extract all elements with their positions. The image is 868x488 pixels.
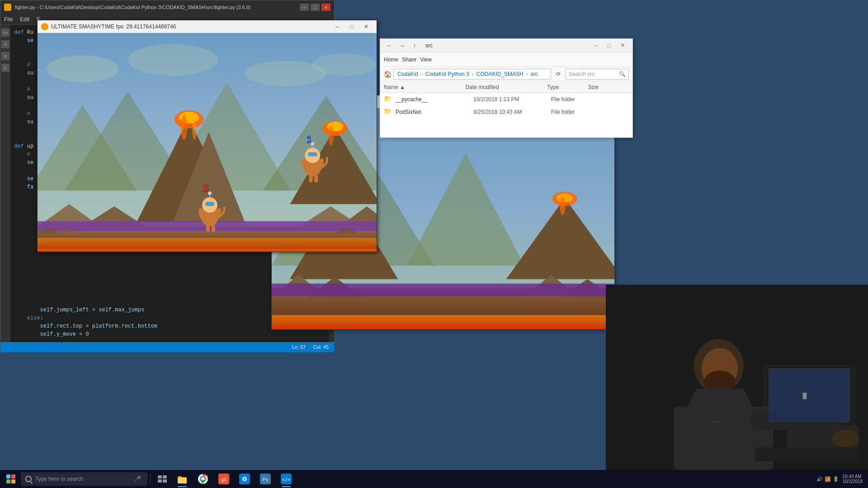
fe-forward-button[interactable]: → bbox=[396, 40, 407, 51]
svg-text:█: █ bbox=[803, 393, 807, 399]
sidebar-icon-1[interactable]: Ro bbox=[1, 28, 9, 37]
fe-maximize-button[interactable]: □ bbox=[603, 41, 615, 50]
taskbar-git[interactable]: git bbox=[214, 470, 234, 488]
code-editor-controls: ─ □ ✕ bbox=[300, 4, 330, 11]
file-name-podsixnet: PodSixNet bbox=[396, 109, 473, 115]
system-tray: 🔊 📶 🔋 10:43 AM10/2/2018 bbox=[813, 474, 867, 484]
fe-close-button[interactable]: ✕ bbox=[616, 41, 629, 50]
breadcrumb-python3[interactable]: CodaKid Python 3 bbox=[425, 71, 469, 77]
svg-rect-66 bbox=[309, 175, 312, 183]
svg-point-88 bbox=[832, 429, 859, 447]
breadcrumb-sep-3: › bbox=[526, 71, 528, 77]
fe-menu-view[interactable]: View bbox=[420, 56, 432, 63]
fe-column-headers: Name ▲ Date modified Type Size bbox=[380, 81, 632, 93]
editor-statusbar: Ln: 57 Col: 45 bbox=[0, 342, 334, 352]
code-editor-app-icon: </> bbox=[281, 474, 292, 484]
file-explorer-icon bbox=[177, 474, 188, 484]
taskbar-search-box[interactable]: Type here to search 🎤 bbox=[21, 472, 147, 486]
svg-rect-54 bbox=[38, 249, 377, 252]
search-handle bbox=[30, 482, 33, 484]
fe-file-list: 📁 __pycache__ 10/2/2018 1:13 PM File fol… bbox=[380, 93, 632, 137]
webcam-feed: █ CodaKid bbox=[606, 285, 868, 470]
svg-point-29 bbox=[47, 56, 119, 83]
python-icon: Py bbox=[260, 474, 271, 484]
webcam-overlay: █ CodaKid bbox=[606, 285, 868, 470]
col-type[interactable]: Type bbox=[547, 84, 588, 90]
game-window-main: ULTIMATE SMASHYTIME fps: 29.411764144897… bbox=[37, 20, 377, 252]
file-type-podsixnet: File folder bbox=[551, 109, 590, 115]
fe-address-bar[interactable]: CodaKid › CodaKid Python 3 › CODAKID_SMA… bbox=[393, 69, 551, 80]
fe-menu-home[interactable]: Home bbox=[384, 56, 398, 63]
start-button[interactable] bbox=[2, 470, 20, 488]
fe-titlebar: ← → ↑ src ─ □ ✕ bbox=[380, 39, 632, 52]
fe-refresh-button[interactable]: ⟳ bbox=[553, 69, 564, 80]
breadcrumb-src[interactable]: src bbox=[531, 71, 538, 77]
fe-search-icon: 🔍 bbox=[619, 71, 626, 77]
breadcrumb-codakid-smash[interactable]: CODAKID_SMASH bbox=[476, 71, 524, 77]
svg-point-12 bbox=[560, 197, 565, 215]
svg-rect-95 bbox=[163, 475, 167, 479]
taskbar-file-explorer[interactable] bbox=[172, 470, 192, 488]
taskbar-python[interactable]: Py bbox=[255, 470, 275, 488]
close-button[interactable]: ✕ bbox=[321, 4, 330, 11]
git-icon: git bbox=[218, 474, 229, 484]
fe-window-title: src bbox=[425, 42, 433, 49]
minimize-button[interactable]: ─ bbox=[300, 4, 309, 11]
sidebar-icon-3[interactable]: E bbox=[1, 52, 9, 60]
file-name-pycache: __pycache__ bbox=[396, 96, 473, 103]
task-view-button[interactable] bbox=[153, 470, 171, 488]
python-file-icon bbox=[4, 4, 11, 11]
fe-search-placeholder: Search src bbox=[569, 71, 594, 77]
sidebar-icon-4[interactable]: E bbox=[1, 64, 9, 72]
folder-icon-2: 📁 bbox=[384, 108, 393, 117]
taskbar-code-editor[interactable]: </> bbox=[276, 470, 296, 488]
svg-point-42 bbox=[192, 120, 197, 140]
svg-text:</>: </> bbox=[282, 477, 290, 482]
svg-text:2: 2 bbox=[203, 183, 208, 194]
col-date[interactable]: Date modified bbox=[466, 84, 547, 90]
task-view-icon bbox=[158, 475, 167, 483]
svg-rect-73 bbox=[205, 202, 214, 206]
tray-icon-3: 🔋 bbox=[833, 476, 839, 482]
maximize-button[interactable]: □ bbox=[311, 4, 320, 11]
svg-point-108 bbox=[244, 478, 245, 480]
col-size[interactable]: Size bbox=[588, 84, 629, 90]
fe-home-icon[interactable]: 🏠 bbox=[384, 70, 392, 78]
fe-menu-share[interactable]: Share bbox=[402, 56, 416, 63]
sidebar-icon-2[interactable]: M bbox=[1, 40, 9, 48]
breadcrumb-sep-2: › bbox=[472, 71, 474, 77]
search-placeholder-text: Type here to search bbox=[35, 476, 83, 482]
fe-up-button[interactable]: ↑ bbox=[409, 40, 420, 51]
taskbar-chrome[interactable] bbox=[193, 470, 213, 488]
tray-icon-2: 📶 bbox=[825, 476, 831, 482]
chrome-icon bbox=[198, 474, 208, 484]
breadcrumb-codakid[interactable]: CodaKid bbox=[397, 71, 418, 77]
game-close-button[interactable]: ✕ bbox=[359, 22, 373, 31]
svg-rect-63 bbox=[308, 152, 317, 156]
file-row-pycache[interactable]: 📁 __pycache__ 10/2/2018 1:13 PM File fol… bbox=[380, 93, 632, 106]
fe-address-toolbar: 🏠 CodaKid › CodaKid Python 3 › CODAKID_S… bbox=[380, 67, 632, 81]
clock: 10:43 AM10/2/2018 bbox=[843, 474, 863, 484]
fe-search-box[interactable]: Search src 🔍 bbox=[566, 69, 629, 80]
fe-window-controls: ─ □ ✕ bbox=[589, 41, 629, 50]
menu-edit[interactable]: Edit bbox=[20, 16, 29, 23]
game-maximize-button[interactable]: □ bbox=[345, 22, 359, 31]
code-editor-title: fighter.py - C:\Users\CodaKid\Desktop\Co… bbox=[15, 5, 251, 10]
svg-rect-89 bbox=[755, 447, 859, 461]
svg-rect-97 bbox=[163, 479, 167, 483]
file-explorer-window: ← → ↑ src ─ □ ✕ Home Share View 🏠 CodaKi… bbox=[380, 38, 633, 138]
menu-file[interactable]: File bbox=[4, 16, 13, 23]
code-editor-titlebar: fighter.py - C:\Users\CodaKid\Desktop\Co… bbox=[0, 0, 334, 14]
fe-back-button[interactable]: ← bbox=[384, 40, 395, 51]
svg-rect-91 bbox=[769, 369, 849, 422]
svg-point-30 bbox=[127, 44, 217, 76]
microphone-icon[interactable]: 🎤 bbox=[133, 475, 141, 483]
svg-text:CodaKid: CodaKid bbox=[710, 419, 724, 423]
col-name[interactable]: Name ▲ bbox=[384, 84, 466, 90]
game-canvas-main: 1 2 bbox=[38, 33, 377, 252]
file-type-pycache: File folder bbox=[551, 96, 590, 103]
taskbar-photos[interactable] bbox=[235, 470, 255, 488]
game-minimize-button[interactable]: ─ bbox=[330, 22, 344, 31]
fe-minimize-button[interactable]: ─ bbox=[589, 41, 602, 50]
file-row-podsixnet[interactable]: 📁 PodSixNet 9/25/2018 10:43 AM File fold… bbox=[380, 106, 632, 118]
